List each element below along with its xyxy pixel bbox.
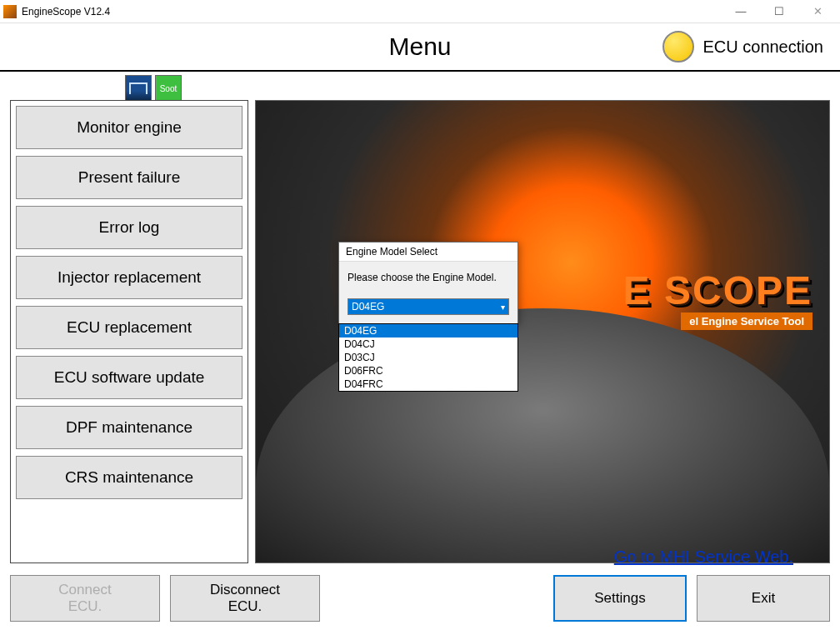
dropdown-option[interactable]: D04EG	[339, 324, 518, 338]
soot-icon[interactable]: Soot	[155, 75, 182, 102]
ecu-status-label: ECU connection	[702, 38, 823, 57]
app-header: Menu ECU connection	[0, 23, 840, 72]
product-logo-text: E SCOPE	[623, 268, 812, 313]
dropdown-option[interactable]: D04FRC	[339, 378, 518, 391]
minimize-button[interactable]: —	[722, 0, 760, 23]
sidebar-item-ecu-replacement[interactable]: ECU replacement	[16, 306, 242, 349]
sidebar-item-monitor-engine[interactable]: Monitor engine	[16, 106, 242, 149]
sidebar-item-ecu-software-update[interactable]: ECU software update	[16, 356, 242, 399]
engine-model-select-dialog: Engine Model Select Please choose the En…	[338, 242, 518, 324]
engine-model-dropdown-list[interactable]: D04EG D04CJ D03CJ D06FRC D04FRC	[338, 323, 518, 392]
waveform-icon[interactable]	[125, 75, 152, 102]
ecu-status-led-icon	[662, 31, 694, 62]
page-title: Menu	[388, 32, 451, 61]
bottom-button-bar: Connect ECU. Disconnect ECU. Settings Ex…	[10, 575, 830, 622]
disconnect-ecu-button[interactable]: Disconnect ECU.	[170, 575, 320, 622]
maximize-button[interactable]: ☐	[760, 0, 798, 23]
dropdown-option[interactable]: D06FRC	[339, 364, 518, 378]
chevron-down-icon: ▾	[501, 302, 505, 312]
spacer	[330, 575, 553, 622]
sidebar-item-dpf-maintenance[interactable]: DPF maintenance	[16, 406, 242, 449]
app-icon	[3, 5, 17, 18]
dropdown-option[interactable]: D04CJ	[339, 338, 518, 351]
toolbar-icons: Soot	[125, 75, 182, 102]
sidebar-item-present-failure[interactable]: Present failure	[16, 156, 242, 199]
window-controls: — ☐ ✕	[722, 0, 837, 23]
sidebar-item-error-log[interactable]: Error log	[16, 206, 242, 249]
engine-model-combobox[interactable]: D04EG ▾	[348, 298, 509, 315]
dialog-message: Please choose the Engine Model.	[348, 272, 509, 283]
product-logo-subtitle: el Engine Service Tool	[681, 312, 812, 330]
dialog-body: Please choose the Engine Model. D04EG ▾	[339, 262, 518, 323]
dropdown-option[interactable]: D03CJ	[339, 351, 518, 364]
ecu-status: ECU connection	[662, 31, 823, 62]
close-button[interactable]: ✕	[798, 0, 837, 23]
settings-button[interactable]: Settings	[553, 575, 687, 622]
window-titlebar: EngineScope V12.4 — ☐ ✕	[0, 0, 840, 23]
window-title: EngineScope V12.4	[22, 6, 722, 18]
combobox-selected-value: D04EG	[352, 301, 384, 312]
sidebar-item-crs-maintenance[interactable]: CRS maintenance	[16, 456, 242, 499]
service-web-link-container: Go to MHI Service Web.	[614, 548, 793, 567]
exit-button[interactable]: Exit	[697, 575, 830, 622]
connect-ecu-button: Connect ECU.	[10, 575, 160, 622]
sidebar-item-injector-replacement[interactable]: Injector replacement	[16, 256, 242, 299]
sidebar-menu: Monitor engine Present failure Error log…	[10, 100, 248, 563]
dialog-title: Engine Model Select	[339, 242, 518, 262]
service-web-link[interactable]: Go to MHI Service Web.	[614, 548, 793, 566]
